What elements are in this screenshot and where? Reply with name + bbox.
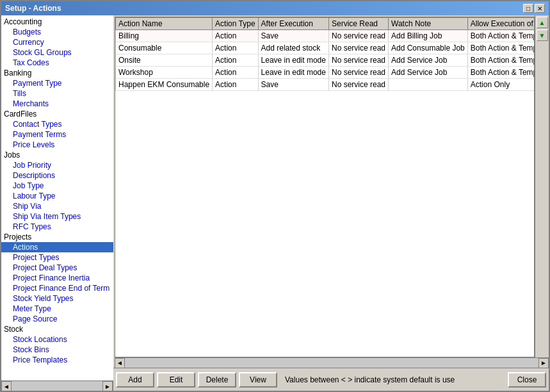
sidebar-item-descriptions[interactable]: Descriptions [1, 170, 113, 181]
sidebar-item-project-finance-end-of-term[interactable]: Project Finance End of Term [1, 283, 113, 293]
sidebar-scroll-track [12, 381, 102, 391]
table-cell-service-read: No service read [328, 42, 388, 54]
sidebar-item-payment-terms[interactable]: Payment Terms [1, 129, 113, 140]
sidebar-item-price-levels[interactable]: Price Levels [1, 140, 113, 150]
sidebar-item-merchants[interactable]: Merchants [1, 99, 113, 109]
sidebar-hscroll: ◄ ► [1, 380, 113, 391]
main-window: Setup - Actions □ ✕ AccountingBudgetsCur… [0, 0, 550, 392]
table-cell-service-read: No service read [328, 79, 388, 91]
table-cell-watch-note [389, 79, 468, 91]
table-cell-service-read: No service read [328, 30, 388, 42]
sidebar-category-banking: Banking [1, 68, 113, 78]
col-header-action-type: Action Type [213, 18, 258, 30]
table-cell-watch-note: Add Service Job [389, 54, 468, 67]
table-area-wrapper: Action NameAction TypeAfter ExecutionSer… [113, 15, 549, 357]
table-cell-allow-execution-of: Both Action & Template/Ch [467, 67, 535, 79]
sidebar-item-stock-bins[interactable]: Stock Bins [1, 345, 113, 355]
table-cell-watch-note: Add Billing Job [389, 30, 468, 42]
sidebar-category-accounting: Accounting [1, 17, 113, 27]
col-header-service-read: Service Read [328, 18, 388, 30]
table-row[interactable]: BillingActionSaveNo service readAdd Bill… [116, 30, 535, 42]
sidebar-scroll[interactable]: AccountingBudgetsCurrencyStock GL Groups… [1, 15, 113, 380]
sidebar-item-currency[interactable]: Currency [1, 37, 113, 47]
sidebar-item-project-deal-types[interactable]: Project Deal Types [1, 263, 113, 273]
sidebar-category-jobs: Jobs [1, 150, 113, 160]
table-cell-action-name: Billing [116, 30, 213, 42]
table-row[interactable]: WorkshopActionLeave in edit modeNo servi… [116, 67, 535, 79]
sidebar-scroll-left[interactable]: ◄ [1, 381, 12, 391]
sidebar-item-job-priority[interactable]: Job Priority [1, 160, 113, 170]
table-cell-after-execution: Add related stock [258, 42, 328, 54]
footer: Add Edit Delete View Values between < > … [113, 368, 549, 391]
col-header-allow-execution-of: Allow Execution of [467, 18, 535, 30]
table-scroll-left[interactable]: ◄ [115, 358, 125, 368]
table-cell-watch-note: Add Service Job [389, 67, 468, 79]
sidebar-item-payment-type[interactable]: Payment Type [1, 78, 113, 88]
title-bar: Setup - Actions □ ✕ [1, 1, 549, 15]
table-container[interactable]: Action NameAction TypeAfter ExecutionSer… [115, 17, 535, 357]
scroll-down-button[interactable]: ▼ [537, 29, 548, 41]
table-cell-action-type: Action [213, 30, 258, 42]
record-navigation: ▲ ▼ [535, 15, 549, 357]
sidebar-item-ship-via-item-types[interactable]: Ship Via Item Types [1, 211, 113, 222]
sidebar-category-cardfiles: CardFiles [1, 109, 113, 119]
right-panel: Action NameAction TypeAfter ExecutionSer… [113, 15, 549, 391]
table-cell-watch-note: Add Consumable Job [389, 42, 468, 54]
main-content: AccountingBudgetsCurrencyStock GL Groups… [1, 15, 549, 391]
sidebar-item-budgets[interactable]: Budgets [1, 27, 113, 37]
sidebar-item-ship-via[interactable]: Ship Via [1, 201, 113, 211]
table-cell-action-name: Consumable [116, 42, 213, 54]
table-cell-service-read: No service read [328, 54, 388, 67]
table-cell-after-execution: Leave in edit mode [258, 67, 328, 79]
title-bar-buttons: □ ✕ [523, 4, 545, 13]
sidebar-item-rfc-types[interactable]: RFC Types [1, 222, 113, 232]
sidebar-item-contact-types[interactable]: Contact Types [1, 119, 113, 129]
table-row[interactable]: Happen EKM ConsumableActionSaveNo servic… [116, 79, 535, 91]
table-cell-allow-execution-of: Both Action & Template/Ch [467, 42, 535, 54]
restore-button[interactable]: □ [523, 4, 533, 13]
sidebar-item-project-finance-inertia[interactable]: Project Finance Inertia [1, 273, 113, 283]
table-cell-allow-execution-of: Both Action & Template/Ch [467, 30, 535, 42]
sidebar-item-page-source[interactable]: Page Source [1, 314, 113, 324]
delete-button[interactable]: Delete [198, 372, 236, 388]
table-cell-action-type: Action [213, 54, 258, 67]
sidebar-item-project-types[interactable]: Project Types [1, 252, 113, 263]
col-header-after-execution: After Execution [258, 18, 328, 30]
sidebar-item-actions[interactable]: Actions [1, 242, 113, 252]
table-cell-action-name: Workshop [116, 67, 213, 79]
sidebar-item-job-type[interactable]: Job Type [1, 181, 113, 191]
sidebar-item-price-templates[interactable]: Price Templates [1, 355, 113, 365]
sidebar-category-stock: Stock [1, 324, 113, 334]
table-row[interactable]: ConsumableActionAdd related stockNo serv… [116, 42, 535, 54]
sidebar-scroll-right[interactable]: ► [102, 381, 113, 391]
close-button[interactable]: Close [508, 372, 546, 388]
table-cell-action-type: Action [213, 79, 258, 91]
table-cell-after-execution: Save [258, 30, 328, 42]
add-button[interactable]: Add [116, 372, 154, 388]
table-cell-action-type: Action [213, 67, 258, 79]
sidebar-item-labour-type[interactable]: Labour Type [1, 191, 113, 201]
edit-button[interactable]: Edit [157, 372, 195, 388]
table-cell-after-execution: Save [258, 79, 328, 91]
table-cell-action-name: Onsite [116, 54, 213, 67]
close-window-button[interactable]: ✕ [535, 4, 545, 13]
sidebar-item-stock-yield-types[interactable]: Stock Yield Types [1, 293, 113, 304]
scroll-up-button[interactable]: ▲ [537, 17, 548, 28]
sidebar-item-stock-gl-groups[interactable]: Stock GL Groups [1, 47, 113, 58]
table-cell-action-name: Happen EKM Consumable [116, 79, 213, 91]
sidebar-item-tills[interactable]: Tills [1, 88, 113, 99]
table-hscrollbar: ◄ ► [115, 357, 549, 368]
view-button[interactable]: View [239, 372, 277, 388]
table-cell-action-type: Action [213, 42, 258, 54]
sidebar-item-meter-type[interactable]: Meter Type [1, 304, 113, 314]
table-row[interactable]: OnsiteActionLeave in edit modeNo service… [116, 54, 535, 67]
table-cell-allow-execution-of: Action Only [467, 79, 535, 91]
sidebar-wrapper: AccountingBudgetsCurrencyStock GL Groups… [1, 15, 113, 391]
table-cell-after-execution: Leave in edit mode [258, 54, 328, 67]
col-header-watch-note: Watch Note [389, 18, 468, 30]
table-cell-service-read: No service read [328, 67, 388, 79]
table-cell-allow-execution-of: Both Action & Template/Ch [467, 54, 535, 67]
sidebar-item-stock-locations[interactable]: Stock Locations [1, 334, 113, 345]
sidebar-item-tax-codes[interactable]: Tax Codes [1, 58, 113, 68]
table-scroll-right[interactable]: ► [538, 358, 549, 368]
